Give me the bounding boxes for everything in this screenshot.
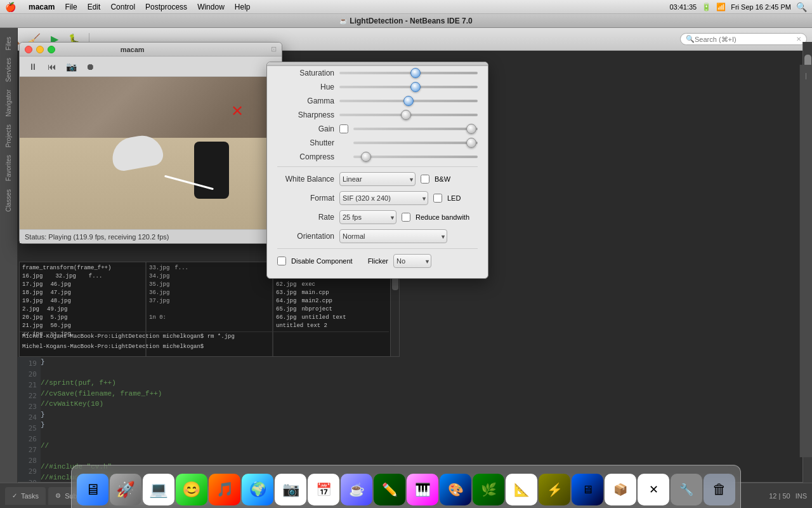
menu-control[interactable]: Control	[105, 3, 140, 11]
orientation-select[interactable]: Normal Flip H Flip V Rotate 180	[339, 229, 447, 243]
menu-help[interactable]: Help	[230, 3, 256, 11]
dock-finder[interactable]: 🖥	[77, 474, 108, 505]
shutter-thumb[interactable]	[466, 138, 476, 148]
sharpness-slider[interactable]	[339, 114, 478, 116]
dock-dreamweaver[interactable]: ✏️	[374, 474, 405, 505]
flicker-select[interactable]: No 50 Hz 60 Hz	[393, 254, 431, 268]
window-minimize-btn[interactable]	[36, 46, 44, 53]
settings-divider-2	[277, 248, 478, 249]
code-line-24: }	[41, 410, 802, 420]
ide-search-area[interactable]: 🔍 ✕	[680, 33, 807, 45]
menu-macam[interactable]: macam	[23, 3, 60, 11]
gain-thumb[interactable]	[466, 124, 476, 134]
dock-netbeans[interactable]: ☕	[341, 474, 372, 505]
saturation-label: Saturation	[277, 69, 334, 77]
code-editor[interactable]: } //sprint(puf, f++) //cvSave(filename, …	[41, 357, 802, 483]
orientation-row: Orientation Normal Flip H Flip V Rotate …	[267, 227, 488, 246]
format-select[interactable]: SIF (320 x 240) CIF (352 x 288)	[339, 191, 428, 205]
saturation-thumb[interactable]	[410, 68, 421, 78]
shutter-slider[interactable]	[353, 142, 478, 144]
sidebar-classes[interactable]: Classes	[5, 185, 12, 216]
bw-checkbox[interactable]	[421, 175, 429, 184]
reduce-bandwidth-checkbox[interactable]	[402, 213, 410, 222]
dock-music[interactable]: 🎵	[209, 474, 240, 505]
sidebar-favorites[interactable]: Favorites	[5, 151, 12, 185]
flicker-select-wrapper: No 50 Hz 60 Hz ▾	[393, 254, 431, 268]
disable-component-checkbox[interactable]	[277, 257, 286, 265]
code-line-22: //cvSave(filename, frame_f++)	[41, 389, 802, 399]
tab-tasks[interactable]: ✓ Tasks	[5, 487, 46, 505]
dock-safari[interactable]: 🌍	[242, 474, 273, 505]
window-maximize-btn[interactable]	[48, 46, 55, 53]
menu-edit[interactable]: Edit	[82, 3, 106, 11]
gain-checkbox[interactable]	[339, 124, 348, 133]
compress-thumb[interactable]	[361, 152, 371, 162]
apple-menu[interactable]: 🍎	[5, 2, 16, 12]
saturation-slider[interactable]	[339, 72, 478, 74]
gamma-thumb[interactable]	[403, 96, 414, 106]
dock-launchpad[interactable]: 🚀	[110, 474, 141, 505]
macam-record-btn[interactable]: ⏺	[82, 58, 98, 75]
menu-file[interactable]: File	[60, 3, 82, 11]
compress-slider[interactable]	[353, 156, 478, 158]
macam-prev-btn[interactable]: ⏮	[44, 58, 60, 75]
macam-pause-btn[interactable]: ⏸	[25, 58, 41, 75]
window-close-btn[interactable]	[25, 46, 32, 53]
camera-settings-dialog: Saturation Hue Gamma Sharpness	[266, 62, 488, 279]
dock-app3[interactable]: 🔧	[671, 474, 702, 505]
dock-crossover[interactable]: ✕	[638, 474, 669, 505]
ide-titlebar: ☕ LightDetection - NetBeans IDE 7.0	[0, 14, 812, 28]
dock-teamviewer[interactable]: 🖥	[572, 474, 603, 505]
code-line-28	[41, 451, 802, 462]
dock-vectorworks[interactable]: 📐	[506, 474, 537, 505]
macam-resize-icon[interactable]: ⊡	[271, 45, 277, 53]
dock-calendar[interactable]: 📅	[308, 474, 339, 505]
sidebar-services[interactable]: Services	[5, 54, 12, 86]
menubar-clock: 03:41:35	[669, 3, 697, 11]
menubar-datetime: Fri Sep 16 2:45 PM	[731, 3, 791, 11]
preview-phone	[194, 142, 229, 199]
hue-thumb[interactable]	[410, 82, 421, 92]
dock-app1[interactable]: 🌿	[473, 474, 504, 505]
sidebar-projects[interactable]: Projects	[5, 121, 12, 151]
rate-select[interactable]: 25 fps 15 fps 30 fps	[339, 210, 396, 224]
dock-messages[interactable]: 😊	[176, 474, 207, 505]
sharpness-thumb[interactable]	[401, 110, 411, 120]
dock-photoshop[interactable]: 🎨	[440, 474, 471, 505]
menubar-search-icon[interactable]: 🔍	[796, 2, 807, 12]
rate-label: Rate	[277, 213, 334, 222]
code-line-26	[41, 431, 802, 441]
sidebar-files[interactable]: Files	[5, 33, 12, 54]
menu-postprocess[interactable]: Postprocess	[140, 3, 192, 11]
led-checkbox[interactable]	[433, 194, 442, 203]
sidebar-navigator[interactable]: Navigator	[5, 86, 12, 121]
dock-virtualbox[interactable]: 📦	[605, 474, 636, 505]
rate-row: Rate 25 fps 15 fps 30 fps ▾ Reduce bandw…	[267, 208, 488, 227]
search-clear-icon[interactable]: ✕	[796, 36, 801, 43]
white-balance-row: White Balance Linear Auto Manual ▾ B&W	[267, 170, 488, 189]
dock-itunes[interactable]: 🎹	[407, 474, 438, 505]
settings-divider-1	[277, 166, 478, 167]
bw-label: B&W	[435, 175, 450, 183]
ide-search-input[interactable]	[695, 36, 796, 43]
gamma-row: Gamma	[267, 94, 488, 108]
menubar-wifi-icon: 📶	[716, 3, 726, 11]
menu-window[interactable]: Window	[192, 3, 230, 11]
gamma-slider[interactable]	[339, 100, 478, 102]
dock-photos[interactable]: 📷	[275, 474, 306, 505]
ide-window: ☕ LightDetection - NetBeans IDE 7.0 🔨 🧹 …	[0, 14, 812, 508]
white-balance-select[interactable]: Linear Auto Manual	[339, 172, 416, 186]
compress-label: Compress	[277, 152, 334, 161]
dock-app2[interactable]: ⚡	[539, 474, 570, 505]
code-line-21: //sprint(puf, f++)	[41, 378, 802, 389]
macam-status-text: Status: Playing (119.9 fps, receiving 12…	[25, 233, 169, 241]
hue-slider[interactable]	[339, 86, 478, 88]
macam-snapshot-btn[interactable]: 📷	[63, 58, 79, 75]
gain-slider[interactable]	[353, 128, 478, 130]
dock-browser2[interactable]: 💻	[143, 474, 174, 505]
macam-toolbar: ⏸ ⏮ 📷 ⏺	[20, 57, 282, 77]
dock-trash[interactable]: 🗑	[704, 474, 735, 505]
gamma-label: Gamma	[277, 97, 334, 105]
code-line-23: //cvWaitKey(10)	[41, 399, 802, 410]
compress-row: Compress	[267, 150, 488, 164]
